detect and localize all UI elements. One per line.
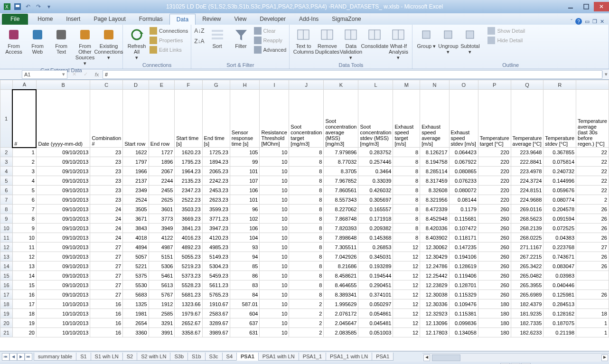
cell[interactable]: 2453.23 <box>202 186 230 195</box>
qat-dropdown-icon[interactable]: ▾ <box>45 2 53 11</box>
cell[interactable]: 0.040446 <box>543 280 576 290</box>
from-text-button[interactable]: From Text <box>50 26 72 67</box>
row-header[interactable]: 7 <box>0 195 13 205</box>
sheet-tab-psa1-with-ln[interactable]: PSA1 with LN <box>258 353 299 361</box>
cell[interactable]: 0.194106 <box>449 252 478 261</box>
cell[interactable]: 2585 <box>149 309 175 318</box>
header-cell[interactable]: Combination # <box>90 90 123 148</box>
row-header[interactable]: 15 <box>0 271 13 280</box>
cell[interactable]: 0.076233 <box>449 176 478 186</box>
cell[interactable]: 12 <box>393 280 420 290</box>
cell[interactable]: 0.051003 <box>358 328 393 337</box>
header-cell[interactable]: Temperature average (last 30s before reg… <box>576 90 609 148</box>
ribbon-tab-home[interactable]: Home <box>31 14 59 25</box>
cell[interactable]: 09/10/2013 <box>36 252 90 261</box>
cell[interactable]: 19 <box>12 318 36 328</box>
sheet-tab-s3b[interactable]: S3b <box>170 353 188 361</box>
sheet-tab-s1b[interactable]: S1b <box>187 353 206 361</box>
header-cell[interactable]: Start row <box>123 90 149 148</box>
cell[interactable]: 0.109476 <box>449 299 478 309</box>
cell[interactable]: 2242.23 <box>202 176 230 186</box>
cell[interactable]: 2 <box>289 328 324 337</box>
cell[interactable]: 5219.23 <box>175 261 202 271</box>
cell[interactable]: 8 <box>289 224 324 233</box>
cell[interactable]: 8.464655 <box>324 280 358 290</box>
cell[interactable]: 93 <box>230 243 260 252</box>
cell[interactable]: 2623.23 <box>202 195 230 205</box>
minimize-ribbon-icon[interactable]: ˇ <box>571 19 572 24</box>
cell[interactable]: 106 <box>230 186 260 195</box>
cell[interactable]: 12 <box>393 243 420 252</box>
cell[interactable]: 2 <box>576 195 609 205</box>
cell[interactable]: 09/10/2013 <box>36 243 90 252</box>
cell[interactable]: 12 <box>393 299 420 309</box>
cell[interactable]: 0.128162 <box>543 309 576 318</box>
cell[interactable]: 24 <box>90 233 123 243</box>
col-header[interactable]: I <box>260 80 289 90</box>
cell[interactable]: 5151 <box>149 252 175 261</box>
cell[interactable]: 0.345031 <box>358 252 393 261</box>
cell[interactable]: 8 <box>289 214 324 224</box>
cell[interactable]: 0.426032 <box>358 186 393 195</box>
ribbon-tab-developer[interactable]: Developer <box>253 14 292 25</box>
cell[interactable]: 5057 <box>123 252 149 261</box>
cell[interactable]: 0.743671 <box>543 252 576 261</box>
cell[interactable]: 09/10/2013 <box>36 186 90 195</box>
from-other-sources-button[interactable]: From Other Sources ▾ <box>74 26 96 67</box>
cell[interactable]: 0.367855 <box>543 148 576 157</box>
cell[interactable]: 16 <box>90 318 123 328</box>
cell[interactable]: 1795.23 <box>175 157 202 167</box>
row-header[interactable]: 10 <box>0 224 13 233</box>
cell[interactable]: 8 <box>12 214 36 224</box>
cell[interactable]: 9 <box>12 224 36 233</box>
cell[interactable]: 16 <box>90 299 123 309</box>
cell[interactable]: 27 <box>90 243 123 252</box>
cell[interactable]: 8 <box>289 261 324 271</box>
text-to-columns-button[interactable]: Text to Columns <box>292 26 314 61</box>
cell[interactable]: 0.107472 <box>449 224 478 233</box>
cell[interactable]: 0.284513 <box>543 299 576 309</box>
cell[interactable]: 16 <box>90 328 123 337</box>
cell[interactable]: 09/10/2013 <box>36 233 90 243</box>
cell[interactable]: 4016.23 <box>175 233 202 243</box>
cell[interactable]: 0.128701 <box>449 280 478 290</box>
cell[interactable]: 8 <box>393 157 420 167</box>
col-header[interactable]: E <box>149 80 175 90</box>
cell[interactable]: 2 <box>289 318 324 328</box>
cell[interactable]: 1 <box>576 318 609 328</box>
cell[interactable]: 10/10/2013 <box>36 328 90 337</box>
cell[interactable]: 224.3724 <box>511 176 543 186</box>
cell[interactable]: 0.045481 <box>358 318 393 328</box>
cell[interactable]: 3841.23 <box>175 224 202 233</box>
cell[interactable]: 8.227062 <box>324 205 358 214</box>
cell[interactable]: 5611.23 <box>202 280 230 290</box>
cell[interactable]: 3291 <box>149 318 175 328</box>
cell[interactable]: 7.979896 <box>324 148 358 157</box>
cell[interactable]: 268.5623 <box>511 214 543 224</box>
header-cell[interactable]: # <box>12 90 36 148</box>
subtotal-button[interactable]: Subtotal ▾ <box>459 26 481 56</box>
cell[interactable]: 8 <box>289 290 324 299</box>
cell[interactable]: 14 <box>12 271 36 280</box>
cell[interactable]: 3991 <box>149 328 175 337</box>
cell[interactable]: 0.128619 <box>449 261 478 271</box>
cell[interactable]: 2067 <box>149 167 175 176</box>
cell[interactable]: 268.0225 <box>511 233 543 243</box>
cell[interactable]: 265.3955 <box>511 280 543 290</box>
cell[interactable]: 0.204578 <box>543 205 576 214</box>
cell[interactable]: 8.458621 <box>324 271 358 280</box>
what-if-analysis-button[interactable]: What-If Analysis ▾ <box>387 26 409 61</box>
sheet-tab-psa1[interactable]: PSA1 <box>372 353 394 361</box>
excel-icon[interactable]: X <box>3 2 11 11</box>
cell[interactable]: 27 <box>90 290 123 299</box>
cell[interactable]: 26 <box>576 252 609 261</box>
cell[interactable]: 8.21686 <box>324 261 358 271</box>
cell[interactable]: 27 <box>576 243 609 252</box>
cell[interactable]: 8 <box>289 252 324 261</box>
cell[interactable]: 101 <box>230 195 260 205</box>
cell[interactable]: 09/10/2013 <box>36 224 90 233</box>
cell[interactable]: 10 <box>260 309 289 318</box>
cell[interactable]: 12 <box>393 252 420 261</box>
cell[interactable]: 12 <box>393 328 420 337</box>
cell[interactable]: 260 <box>478 252 511 261</box>
